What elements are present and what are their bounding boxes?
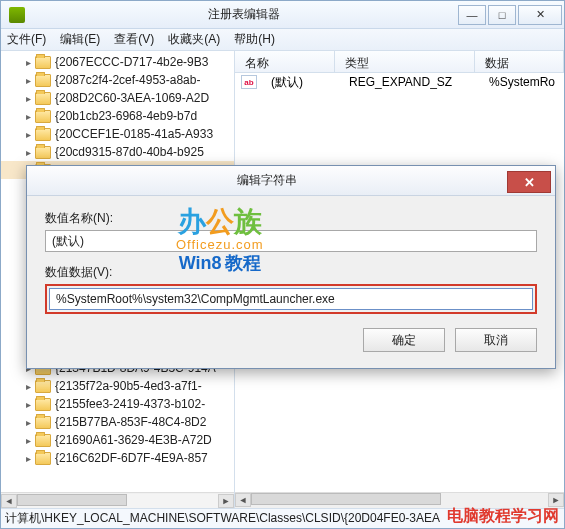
chevron-right-icon[interactable]: ▸	[23, 147, 33, 158]
cell-name: (默认)	[261, 74, 339, 91]
scroll-right-icon[interactable]: ►	[218, 494, 234, 508]
string-value-icon: ab	[241, 75, 257, 89]
folder-icon	[35, 452, 51, 465]
tree-item[interactable]: ▸{20CCEF1E-0185-41a5-A933	[1, 125, 234, 143]
tree-item[interactable]: ▸{216C62DF-6D7F-4E9A-857	[1, 449, 234, 467]
chevron-right-icon[interactable]: ▸	[23, 93, 33, 104]
tree-item[interactable]: ▸{2155fee3-2419-4373-b102-	[1, 395, 234, 413]
menu-help[interactable]: 帮助(H)	[234, 31, 275, 48]
tree-item[interactable]: ▸{2067ECCC-D717-4b2e-9B3	[1, 53, 234, 71]
folder-icon	[35, 380, 51, 393]
cell-type: REG_EXPAND_SZ	[339, 75, 479, 89]
tree-item-label: {2087c2f4-2cef-4953-a8ab-	[55, 73, 200, 87]
chevron-right-icon[interactable]: ▸	[23, 381, 33, 392]
statusbar: 计算机\HKEY_LOCAL_MACHINE\SOFTWARE\Classes\…	[1, 508, 564, 528]
chevron-right-icon[interactable]: ▸	[23, 417, 33, 428]
scroll-thumb[interactable]	[251, 493, 441, 505]
tree-item[interactable]: ▸{215B77BA-853F-48C4-8D2	[1, 413, 234, 431]
maximize-button[interactable]: □	[488, 5, 516, 25]
menu-file[interactable]: 文件(F)	[7, 31, 46, 48]
scroll-thumb[interactable]	[17, 494, 127, 506]
menu-view[interactable]: 查看(V)	[114, 31, 154, 48]
ok-button[interactable]: 确定	[363, 328, 445, 352]
tree-item[interactable]: ▸{2135f72a-90b5-4ed3-a7f1-	[1, 377, 234, 395]
value-data-input[interactable]	[49, 288, 533, 310]
tree-item[interactable]: ▸{208D2C60-3AEA-1069-A2D	[1, 89, 234, 107]
list-header: 名称 类型 数据	[235, 51, 564, 73]
tree-item-label: {2067ECCC-D717-4b2e-9B3	[55, 55, 208, 69]
chevron-right-icon[interactable]: ▸	[23, 435, 33, 446]
folder-icon	[35, 146, 51, 159]
tree-item[interactable]: ▸{20cd9315-87d0-40b4-b925	[1, 143, 234, 161]
menubar: 文件(F) 编辑(E) 查看(V) 收藏夹(A) 帮助(H)	[1, 29, 564, 51]
edit-string-dialog: 编辑字符串 ✕ 数值名称(N): 数值数据(V): 确定 取消	[26, 165, 556, 369]
value-name-label: 数值名称(N):	[45, 210, 537, 227]
scroll-left-icon[interactable]: ◄	[235, 493, 251, 507]
close-button[interactable]: ✕	[518, 5, 562, 25]
tree-item[interactable]: ▸{2087c2f4-2cef-4953-a8ab-	[1, 71, 234, 89]
tree-item-label: {21690A61-3629-4E3B-A72D	[55, 433, 212, 447]
tree-item-label: {215B77BA-853F-48C4-8D2	[55, 415, 206, 429]
scroll-left-icon[interactable]: ◄	[1, 494, 17, 508]
tree-item-label: {2155fee3-2419-4373-b102-	[55, 397, 205, 411]
cell-data: %SystemRo	[479, 75, 564, 89]
tree-item-label: {216C62DF-6D7F-4E9A-857	[55, 451, 208, 465]
window-title: 注册表编辑器	[31, 6, 456, 23]
tree-item-label: {2135f72a-90b5-4ed3-a7f1-	[55, 379, 202, 393]
dialog-title: 编辑字符串	[27, 172, 507, 189]
folder-icon	[35, 74, 51, 87]
tree-h-scrollbar[interactable]: ◄ ►	[1, 492, 234, 508]
chevron-right-icon[interactable]: ▸	[23, 399, 33, 410]
tree-item[interactable]: ▸{21690A61-3629-4E3B-A72D	[1, 431, 234, 449]
folder-icon	[35, 128, 51, 141]
value-data-highlight	[45, 284, 537, 314]
chevron-right-icon[interactable]: ▸	[23, 75, 33, 86]
col-data[interactable]: 数据	[475, 51, 564, 72]
menu-edit[interactable]: 编辑(E)	[60, 31, 100, 48]
dialog-titlebar[interactable]: 编辑字符串 ✕	[27, 166, 555, 196]
status-path: 计算机\HKEY_LOCAL_MACHINE\SOFTWARE\Classes\…	[5, 510, 440, 527]
tree-item-label: {208D2C60-3AEA-1069-A2D	[55, 91, 209, 105]
minimize-button[interactable]: —	[458, 5, 486, 25]
tree-item[interactable]: ▸{20b1cb23-6968-4eb9-b7d	[1, 107, 234, 125]
tree-item-label: {20b1cb23-6968-4eb9-b7d	[55, 109, 197, 123]
app-icon	[9, 7, 25, 23]
list-row[interactable]: ab (默认) REG_EXPAND_SZ %SystemRo	[235, 73, 564, 91]
folder-icon	[35, 434, 51, 447]
scroll-right-icon[interactable]: ►	[548, 493, 564, 507]
tree-item-label: {20cd9315-87d0-40b4-b925	[55, 145, 204, 159]
folder-icon	[35, 92, 51, 105]
col-name[interactable]: 名称	[235, 51, 335, 72]
folder-icon	[35, 398, 51, 411]
tree-item-label: {20CCEF1E-0185-41a5-A933	[55, 127, 213, 141]
chevron-right-icon[interactable]: ▸	[23, 129, 33, 140]
col-type[interactable]: 类型	[335, 51, 475, 72]
chevron-right-icon[interactable]: ▸	[23, 111, 33, 122]
titlebar[interactable]: 注册表编辑器 — □ ✕	[1, 1, 564, 29]
chevron-right-icon[interactable]: ▸	[23, 57, 33, 68]
folder-icon	[35, 56, 51, 69]
folder-icon	[35, 110, 51, 123]
value-data-label: 数值数据(V):	[45, 264, 537, 281]
cancel-button[interactable]: 取消	[455, 328, 537, 352]
menu-favorites[interactable]: 收藏夹(A)	[168, 31, 220, 48]
list-h-scrollbar[interactable]: ◄ ►	[235, 492, 564, 508]
folder-icon	[35, 416, 51, 429]
chevron-right-icon[interactable]: ▸	[23, 453, 33, 464]
dialog-close-button[interactable]: ✕	[507, 171, 551, 193]
value-name-input[interactable]	[45, 230, 537, 252]
